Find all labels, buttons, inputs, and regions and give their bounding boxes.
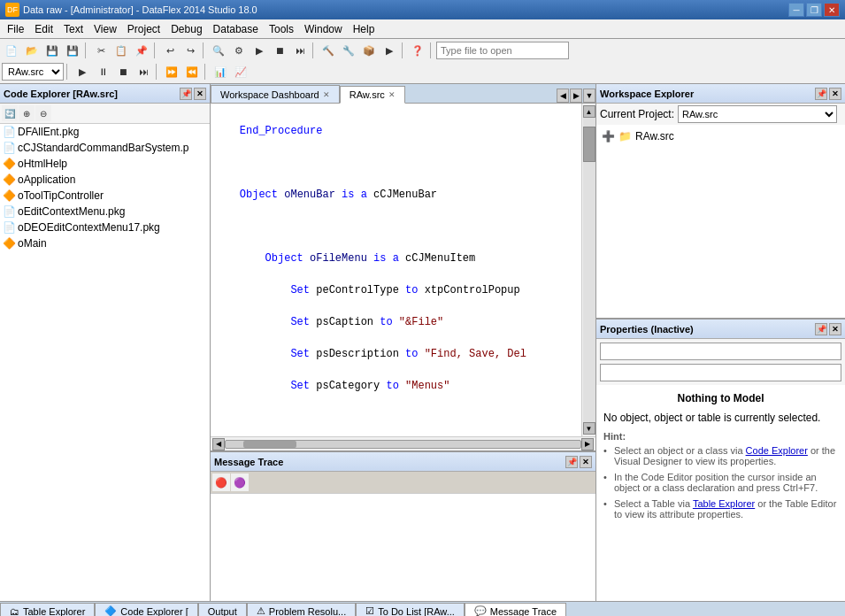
tab-workspace-dashboard[interactable]: Workspace Dashboard ✕: [211, 85, 340, 103]
tb-btn-misc3[interactable]: ▶: [250, 41, 269, 60]
we-close-btn[interactable]: ✕: [829, 88, 841, 100]
open-file-input[interactable]: [436, 42, 569, 59]
code-explorer-header-btns[interactable]: 📌 ✕: [180, 88, 206, 100]
props-header-btns[interactable]: 📌 ✕: [815, 323, 841, 335]
props-pin-btn[interactable]: 📌: [815, 323, 827, 335]
menu-tools[interactable]: Tools: [264, 21, 299, 37]
scroll-up-btn[interactable]: ▲: [583, 105, 595, 118]
scroll-left-btn[interactable]: ◀: [212, 438, 225, 450]
properties-input-2[interactable]: [600, 364, 841, 381]
tree-item-deoedit[interactable]: 📄 oDEOEditContextMenu17.pkg: [0, 219, 210, 235]
menu-debug[interactable]: Debug: [165, 21, 207, 37]
message-trace-header-btns[interactable]: 📌 ✕: [565, 456, 592, 468]
menu-project[interactable]: Project: [122, 21, 165, 37]
current-project-select[interactable]: RAw.src: [678, 105, 837, 123]
tb-btn-help[interactable]: ❓: [408, 41, 427, 60]
tree-item-omain[interactable]: 🔶 oMain: [0, 235, 210, 251]
tree-item-oapp[interactable]: 🔶 oApplication: [0, 172, 210, 188]
menu-edit[interactable]: Edit: [29, 21, 58, 37]
tree-item-editctx[interactable]: 📄 oEditContextMenu.pkg: [0, 204, 210, 219]
menu-database[interactable]: Database: [208, 21, 264, 37]
scroll-thumb-v[interactable]: [583, 127, 595, 162]
minimize-button[interactable]: ─: [788, 3, 804, 17]
code-content[interactable]: End_Procedure Object oMenuBar is a cCJMe…: [211, 104, 581, 436]
tb-misc-a[interactable]: 📊: [211, 62, 230, 81]
tree-item-cjstd[interactable]: 📄 cCJStandardCommandBarSystem.p: [0, 140, 210, 156]
tb-btn-build1[interactable]: 🔨: [319, 41, 338, 60]
we-header-btns[interactable]: 📌 ✕: [815, 88, 841, 100]
menu-view[interactable]: View: [88, 21, 122, 37]
tb-next-btn[interactable]: ⏩: [162, 62, 181, 81]
properties-input-1[interactable]: [600, 343, 841, 360]
tab-next-btn[interactable]: ▶: [570, 89, 582, 103]
bottom-tab-todo[interactable]: ☑ To Do List [RAw...: [356, 603, 465, 617]
tb-misc-b[interactable]: 📈: [231, 62, 250, 81]
new-button[interactable]: 📄: [2, 41, 21, 60]
msg-clear-btn[interactable]: 🔴: [212, 474, 230, 491]
scroll-right-btn[interactable]: ▶: [581, 438, 594, 450]
msg-stop-btn[interactable]: 🟣: [231, 474, 249, 491]
cut-button[interactable]: ✂: [91, 41, 111, 60]
bottom-tab-message-trace[interactable]: 💬 Message Trace: [465, 603, 566, 617]
title-bar-buttons[interactable]: ─ ❐ ✕: [788, 3, 840, 17]
tab-navigation[interactable]: ◀ ▶ ▼: [557, 89, 595, 103]
code-explorer-link[interactable]: Code Explorer: [746, 445, 808, 456]
file-selector[interactable]: RAw.src: [2, 63, 64, 81]
undo-button[interactable]: ↩: [160, 41, 180, 60]
tb-btn-build2[interactable]: 🔧: [339, 41, 358, 60]
tab-workspace-close[interactable]: ✕: [323, 90, 330, 99]
pin-button[interactable]: 📌: [180, 88, 192, 100]
open-button[interactable]: 📂: [22, 41, 42, 60]
tb-stop-btn[interactable]: ⏹: [113, 62, 133, 81]
editor-scroll[interactable]: End_Procedure Object oMenuBar is a cCJMe…: [211, 104, 581, 436]
ce-refresh-btn[interactable]: 🔄: [2, 105, 18, 121]
tb-step-btn[interactable]: ⏭: [134, 62, 153, 81]
tb-btn-build3[interactable]: 📦: [359, 41, 379, 60]
message-trace-content[interactable]: [211, 494, 595, 601]
tab-raw-close[interactable]: ✕: [388, 90, 396, 99]
tab-raw-src[interactable]: RAw.src ✕: [340, 86, 405, 104]
bottom-tab-table-explorer[interactable]: 🗂 Table Explorer: [0, 603, 95, 617]
editor-scrollbar-vertical[interactable]: ▲ ▼: [581, 104, 595, 436]
ce-collapse-btn[interactable]: ⊖: [35, 105, 51, 121]
scroll-track-h[interactable]: [225, 440, 581, 449]
tb-pause-btn[interactable]: ⏸: [93, 62, 112, 81]
paste-button[interactable]: 📌: [132, 41, 151, 60]
tab-prev-btn[interactable]: ◀: [557, 89, 569, 103]
tb-btn-run[interactable]: ▶: [380, 41, 399, 60]
tb-run-btn[interactable]: ▶: [73, 62, 92, 81]
bottom-tab-output[interactable]: Output: [198, 603, 247, 617]
we-pin-btn[interactable]: 📌: [815, 88, 827, 100]
restore-button[interactable]: ❐: [806, 3, 822, 17]
copy-button[interactable]: 📋: [111, 41, 131, 60]
msg-pin-btn[interactable]: 📌: [565, 456, 578, 468]
ce-expand-btn[interactable]: ⊕: [19, 105, 35, 121]
tb-btn-misc5[interactable]: ⏭: [290, 41, 310, 60]
menu-help[interactable]: Help: [348, 21, 380, 37]
save-all-button[interactable]: 💾: [63, 41, 82, 60]
props-close-btn[interactable]: ✕: [829, 323, 841, 335]
close-panel-button[interactable]: ✕: [194, 88, 206, 100]
redo-button[interactable]: ↪: [181, 41, 200, 60]
tb-back-btn[interactable]: ⏪: [182, 62, 202, 81]
tree-item-htmlhelp[interactable]: 🔶 oHtmlHelp: [0, 156, 210, 172]
tb-btn-misc1[interactable]: 🔍: [209, 41, 228, 60]
tb-btn-misc4[interactable]: ⏹: [270, 41, 289, 60]
tree-item-dfallent[interactable]: 📄 DFAllEnt.pkg: [0, 124, 210, 140]
menu-text[interactable]: Text: [58, 21, 88, 37]
close-button[interactable]: ✕: [824, 3, 840, 17]
scroll-down-btn[interactable]: ▼: [583, 422, 595, 435]
msg-close-btn[interactable]: ✕: [580, 456, 592, 468]
menu-file[interactable]: File: [2, 21, 29, 37]
bottom-tab-code-explorer[interactable]: 🔷 Code Explorer [: [95, 603, 197, 617]
menu-window[interactable]: Window: [299, 21, 348, 37]
ws-item-raw[interactable]: ➕ 📁 RAw.src: [600, 128, 841, 144]
tb-btn-misc2[interactable]: ⚙: [229, 41, 249, 60]
table-explorer-link[interactable]: Table Explorer: [693, 498, 755, 509]
editor-hscroll[interactable]: ◀ ▶: [211, 436, 595, 450]
bottom-tab-problem[interactable]: ⚠ Problem Resolu...: [247, 603, 356, 617]
scroll-thumb-h[interactable]: [243, 441, 296, 448]
tab-list-btn[interactable]: ▼: [583, 89, 595, 103]
save-button[interactable]: 💾: [42, 41, 62, 60]
tree-item-tooltip[interactable]: 🔶 oToolTipController: [0, 188, 210, 204]
